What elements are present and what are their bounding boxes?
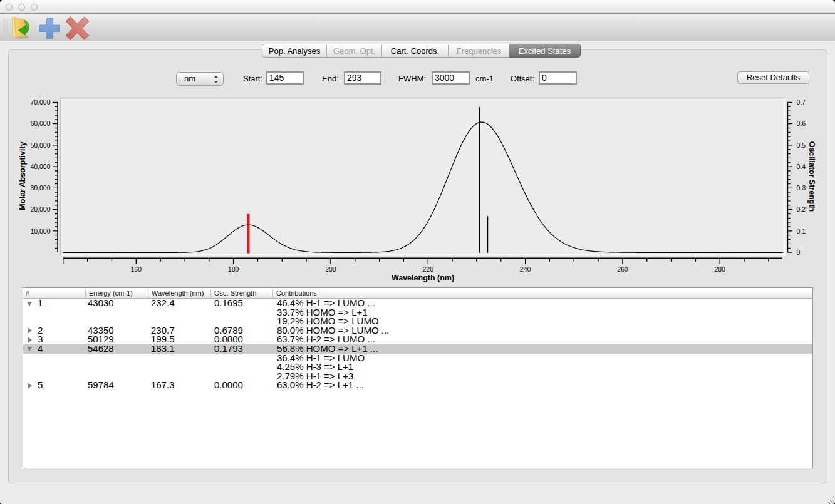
svg-text:70,000: 70,000 [30,98,50,106]
svg-text:50,000: 50,000 [30,141,50,149]
svg-text:220: 220 [423,265,434,273]
svg-text:Molar Absorptivity: Molar Absorptivity [18,141,27,210]
svg-text:30,000: 30,000 [30,184,50,192]
svg-text:0.5: 0.5 [797,141,806,149]
svg-text:160: 160 [131,265,142,273]
svg-text:280: 280 [714,265,725,273]
svg-text:260: 260 [617,265,628,273]
svg-text:Oscillator Strength: Oscillator Strength [807,141,816,212]
svg-text:0.3: 0.3 [797,184,806,192]
svg-text:200: 200 [325,265,336,273]
svg-text:0.1: 0.1 [797,227,806,235]
svg-text:60,000: 60,000 [30,120,50,127]
svg-text:Wavelength (nm): Wavelength (nm) [392,274,454,282]
svg-text:0: 0 [797,249,801,256]
svg-text:180: 180 [228,265,239,273]
svg-text:40,000: 40,000 [30,163,50,170]
svg-text:0.2: 0.2 [797,205,806,213]
svg-text:0.7: 0.7 [797,98,806,106]
svg-text:0.6: 0.6 [797,120,806,127]
svg-text:240: 240 [520,265,531,273]
svg-text:10,000: 10,000 [30,227,50,235]
svg-text:20,000: 20,000 [30,205,50,213]
svg-text:0.4: 0.4 [797,163,806,170]
